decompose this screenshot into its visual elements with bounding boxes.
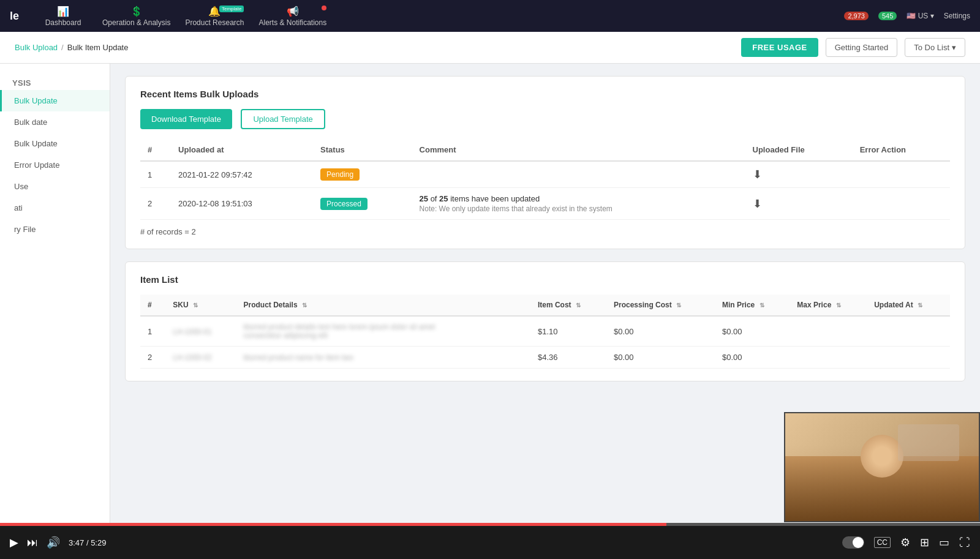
- col-error-action: Error Action: [853, 139, 950, 161]
- row2-date: 2020-12-08 19:51:03: [171, 188, 313, 220]
- sidebar-item-bulk-update2[interactable]: Bulk Update: [0, 133, 110, 154]
- region-selector[interactable]: 🇺🇸 US ▾: [907, 12, 933, 20]
- item-row2-sku: LH-1000-02: [165, 347, 236, 369]
- row2-comment: 25 of 25 items have been updated Note: W…: [412, 188, 745, 220]
- breadcrumb-separator: /: [61, 43, 64, 52]
- row1-file: ⬇: [745, 161, 853, 188]
- table-row: 1 LH-1000-01 blurred product details tex…: [140, 316, 950, 347]
- row2-file: ⬇: [745, 188, 853, 220]
- col-status: Status: [313, 139, 412, 161]
- table-row: 2 2020-12-08 19:51:03 Processed 25 of 25…: [140, 188, 950, 220]
- sidebar-item-ry-file-label: ry File: [14, 225, 36, 234]
- item-row2-processing-cost: $0.00: [606, 347, 715, 369]
- item-row2-updated-at: [867, 347, 950, 369]
- sort-updated-at-icon[interactable]: ⇅: [918, 302, 922, 309]
- nav-alerts[interactable]: 📢 Alerts & Notifications: [258, 6, 326, 27]
- row2-error: [853, 188, 950, 220]
- col-comment: Comment: [412, 139, 745, 161]
- sidebar-item-ry-file[interactable]: ry File: [0, 219, 110, 240]
- col-uploaded-at: Uploaded at: [171, 139, 313, 161]
- sidebar-item-use-label: Use: [14, 182, 28, 191]
- sidebar: YSIS Bulk Update Bulk date Bulk Update E…: [0, 64, 110, 531]
- item-row2-num: 2: [140, 347, 165, 369]
- getting-started-button[interactable]: Getting Started: [826, 38, 897, 57]
- sort-sku-icon[interactable]: ⇅: [193, 302, 198, 309]
- sidebar-item-ati[interactable]: ati: [0, 197, 110, 219]
- pip-person-head: [861, 435, 903, 478]
- sidebar-item-bulk-update-label: Bulk Update: [14, 96, 58, 105]
- row1-num: 1: [140, 161, 171, 188]
- sort-min-price-icon[interactable]: ⇅: [760, 302, 764, 309]
- breadcrumb-bar: Bulk Upload / Bulk Item Update FREE USAG…: [0, 32, 980, 64]
- settings-link[interactable]: Settings: [944, 12, 970, 20]
- item-row1-processing-cost: $0.00: [606, 316, 715, 347]
- nav-product-research-label: Product Research: [185, 18, 244, 27]
- sidebar-item-bulk-update[interactable]: Bulk Update: [0, 90, 110, 111]
- item-row2-min-price: $0.00: [715, 347, 790, 369]
- row1-error: [853, 161, 950, 188]
- video-progress-fill: [0, 523, 666, 526]
- item-row1-num: 1: [140, 316, 165, 347]
- sidebar-item-use[interactable]: Use: [0, 176, 110, 197]
- status-badge-processed: Processed: [320, 198, 368, 210]
- sidebar-item-bulk-date-label: Bulk date: [14, 118, 47, 127]
- item-col-updated-at: Updated At ⇅: [867, 295, 950, 316]
- download-template-button[interactable]: Download Template: [140, 109, 232, 129]
- upload-buttons: Download Template Upload Template: [140, 109, 950, 129]
- sku-blurred2: LH-1000-02: [173, 353, 211, 362]
- dashboard-icon: 📊: [57, 6, 69, 17]
- sort-product-icon[interactable]: ⇅: [302, 302, 307, 309]
- comment-bold-end: 25: [439, 194, 448, 203]
- counter2: 545: [878, 12, 897, 20]
- recent-uploads-card: Recent Items Bulk Uploads Download Templ…: [125, 76, 965, 249]
- comment-note: Note: We only update items that already …: [420, 204, 738, 213]
- table-row: 2 LH-1000-02 blurred product name for it…: [140, 347, 950, 369]
- sort-item-cost-icon[interactable]: ⇅: [576, 302, 581, 309]
- item-col-min-price: Min Price ⇅: [715, 295, 790, 316]
- sku-blurred: LH-1000-01: [173, 328, 211, 336]
- video-player-bar: ▶ ⏭ 🔊 3:47 / 5:29 CC ⚙ ⊞ ▭ ⛶: [0, 526, 980, 531]
- item-col-product: Product Details ⇅: [236, 295, 530, 316]
- item-list-table: # SKU ⇅ Product Details ⇅ Item Cost ⇅: [140, 295, 950, 369]
- download-icon[interactable]: ⬇: [753, 168, 762, 181]
- top-navigation: le 📊 Dashboard 💲 Operation & Analysis 🔔 …: [0, 0, 980, 32]
- status-badge-pending: Pending: [320, 168, 360, 181]
- breadcrumb-parent[interactable]: Bulk Upload: [15, 43, 58, 52]
- row2-status: Processed: [313, 188, 412, 220]
- item-row2-product: blurred product name for item two: [236, 347, 530, 369]
- sort-processing-cost-icon[interactable]: ⇅: [676, 302, 681, 309]
- sidebar-item-bulk-date[interactable]: Bulk date: [0, 111, 110, 133]
- free-usage-button[interactable]: FREE USAGE: [741, 38, 818, 57]
- alerts-badge: [322, 6, 326, 10]
- nav-right-area: 2,973 545 🇺🇸 US ▾ Settings: [844, 12, 970, 20]
- row1-status: Pending: [313, 161, 412, 188]
- sidebar-item-error-update[interactable]: Error Update: [0, 154, 110, 176]
- sidebar-item-bulk-update2-label: Bulk Update: [14, 139, 58, 148]
- item-col-sku: SKU ⇅: [165, 295, 236, 316]
- item-row2-item-cost: $4.36: [530, 347, 606, 369]
- item-row1-item-cost: $1.10: [530, 316, 606, 347]
- todo-list-button[interactable]: To Do List ▾: [905, 38, 965, 57]
- item-row1-sku: LH-1000-01: [165, 316, 236, 347]
- download-icon2[interactable]: ⬇: [753, 198, 762, 210]
- col-uploaded-file: Uploaded File: [745, 139, 853, 161]
- item-row1-updated-at: [867, 316, 950, 347]
- breadcrumb-actions: FREE USAGE Getting Started To Do List ▾: [741, 38, 965, 57]
- item-col-processing-cost: Processing Cost ⇅: [606, 295, 715, 316]
- item-row2-max-price: [790, 347, 867, 369]
- operation-icon: 💲: [130, 6, 143, 17]
- pip-person-thumbnail: [785, 413, 979, 521]
- recent-uploads-title: Recent Items Bulk Uploads: [140, 89, 950, 99]
- nav-operation-analysis[interactable]: 💲 Operation & Analysis: [102, 6, 170, 27]
- nav-product-research[interactable]: 🔔 Product Research Template: [185, 6, 244, 27]
- video-progress-container[interactable]: [0, 523, 980, 526]
- alerts-icon: 📢: [287, 6, 299, 17]
- table-row: 1 2021-01-22 09:57:42 Pending ⬇: [140, 161, 950, 188]
- item-list-card: Item List # SKU ⇅ Product Details ⇅: [125, 261, 965, 381]
- row2-num: 2: [140, 188, 171, 220]
- product-details-blurred2: blurred product name for item two: [244, 353, 452, 362]
- comment-bold-start: 25: [420, 194, 428, 203]
- nav-dashboard[interactable]: 📊 Dashboard: [39, 6, 88, 27]
- upload-template-button[interactable]: Upload Template: [241, 109, 325, 129]
- sort-max-price-icon[interactable]: ⇅: [836, 302, 841, 309]
